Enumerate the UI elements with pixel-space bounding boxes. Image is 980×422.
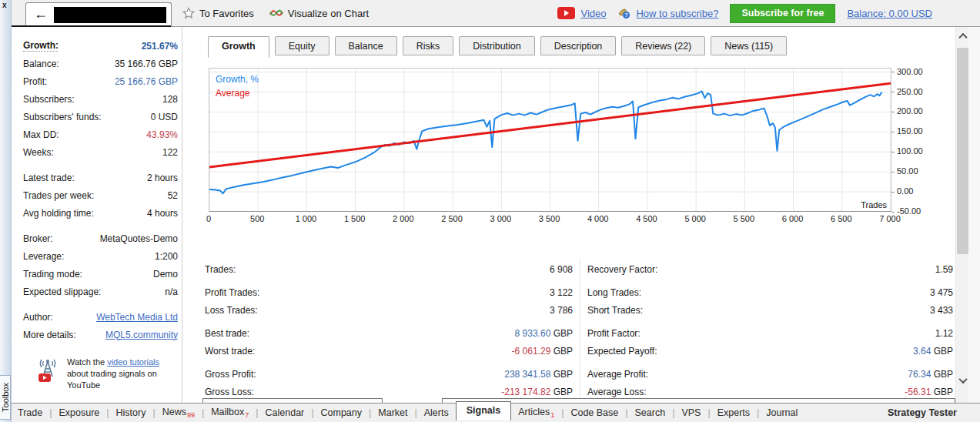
bottom-tab-trade[interactable]: Trade — [11, 407, 49, 418]
stat-label: Trading mode: — [23, 269, 82, 280]
scroll-up-button[interactable] — [956, 32, 969, 45]
stat-value: 35 166.76 GBP — [115, 59, 178, 69]
bottom-tab-calendar[interactable]: Calendar — [259, 407, 312, 418]
youtube-promo-text: Watch the video tutorials about trading … — [67, 357, 159, 391]
y-tick-label: 250.00 — [891, 87, 923, 96]
bottom-tab-news[interactable]: News99 — [156, 407, 202, 420]
stats-row: Loss Trades:3 786 — [205, 301, 573, 319]
stat-value: 2 hours — [147, 172, 178, 183]
tab-growth[interactable]: Growth — [208, 36, 269, 58]
tab-distribution[interactable]: Distribution — [459, 36, 535, 55]
stats-row: Profit Factor:1.12 — [587, 324, 953, 342]
bottom-tab-search[interactable]: Search — [628, 407, 673, 418]
stat-label: Weeks: — [23, 147, 54, 158]
sidebar-stats: Growth:251.67%Balance:35 166.76 GBPProfi… — [11, 37, 182, 300]
close-icon[interactable]: x — [2, 1, 7, 9]
more-details-label: More details: — [23, 330, 76, 340]
video-tutorials-link[interactable]: video tutorials — [107, 357, 159, 367]
toolbox-tab-bar: Trade|Exposure|History|News99|Mailbox7|C… — [11, 403, 980, 422]
tab-risks[interactable]: Risks — [403, 36, 454, 55]
signal-tab[interactable]: ← — [25, 2, 172, 27]
stats-value: 3 122 — [550, 287, 573, 298]
y-tick-label: 50.00 — [891, 166, 918, 176]
stat-value: 251.67% — [142, 41, 178, 52]
video-link[interactable]: Video — [580, 8, 606, 19]
bottom-tab-experts[interactable]: Experts — [711, 407, 757, 418]
stats-row: Gross Profit:238 341.58 GBP — [205, 365, 573, 383]
bottom-tab-alerts[interactable]: Alerts — [417, 407, 456, 418]
stats-column-right: Recovery Factor:1.59Long Trades:3 475Sho… — [587, 260, 953, 400]
toolbox-strip: x Toolbox — [0, 0, 12, 422]
stats-label: Gross Profit: — [205, 369, 256, 380]
tab-description[interactable]: Description — [540, 36, 617, 55]
tab-reviews-22[interactable]: Reviews (22) — [621, 36, 705, 55]
stats-value: 3.64 GBP — [913, 346, 953, 357]
x-tick-label: 2 500 — [441, 214, 463, 223]
stats-row: Best trade:8 933.60 GBP — [205, 324, 573, 342]
y-tick-label: 0.00 — [891, 186, 913, 196]
vertical-scrollbar[interactable] — [955, 27, 968, 403]
visualize-on-chart-button[interactable]: Visualize on Chart — [288, 8, 369, 19]
how-to-subscribe-link[interactable]: How to subscribe? — [636, 8, 718, 19]
bottom-tab-code-base[interactable]: Code Base — [564, 407, 625, 418]
x-tick-label: 3 500 — [539, 214, 560, 223]
stat-value: 43.93% — [146, 129, 178, 140]
visualize-chart-icon — [269, 8, 283, 18]
stat-label: Trades per week: — [23, 190, 94, 201]
sidebar-stat-row: Weeks:122 — [11, 143, 182, 161]
tab-news-115[interactable]: News (115) — [711, 36, 787, 55]
stat-value: 128 — [162, 94, 178, 105]
bottom-tab-mailbox[interactable]: Mailbox7 — [204, 407, 256, 420]
x-tick-label: 7 000 — [879, 214, 901, 223]
x-tick-label: 2 000 — [393, 214, 414, 223]
bottom-tab-journal[interactable]: Journal — [759, 407, 804, 418]
stat-value: 122 — [162, 147, 178, 158]
stat-label: Profit: — [23, 76, 47, 87]
stat-label: Broker: — [23, 233, 53, 244]
subscribe-for-free-button[interactable]: Subscribe for free — [730, 4, 835, 23]
scroll-down-button[interactable] — [956, 373, 969, 387]
strategy-tester-label[interactable]: Strategy Tester — [888, 407, 957, 418]
author-label: Author: — [23, 312, 53, 323]
to-favorites-button[interactable]: To Favorites — [199, 8, 254, 19]
toolbox-vertical-tab[interactable]: Toolbox — [0, 375, 11, 420]
legend-growth: Growth, % — [216, 72, 259, 86]
signal-summary-sidebar: Growth:251.67%Balance:35 166.76 GBPProfi… — [11, 27, 182, 403]
unread-badge: 1 — [550, 411, 554, 419]
stat-label: Avg holding time: — [23, 208, 94, 219]
y-tick-label: 300.00 — [891, 67, 923, 76]
tab-equity[interactable]: Equity — [275, 36, 329, 55]
stats-value: 76.34 GBP — [908, 369, 953, 380]
bottom-tab-articles[interactable]: Articles1 — [511, 407, 561, 420]
stats-value: 3 433 — [930, 305, 953, 316]
stat-label: Growth: — [23, 40, 59, 52]
tab-balance[interactable]: Balance — [335, 36, 397, 55]
x-axis-labels: 05001 0001 5002 0002 5003 0003 5004 0004… — [209, 214, 890, 225]
bottom-tab-history[interactable]: History — [109, 407, 153, 418]
bottom-tab-exposure[interactable]: Exposure — [52, 407, 106, 418]
stat-label: Balance: — [23, 59, 59, 69]
stats-value: 1.12 — [935, 328, 953, 339]
stats-label: Short Trades: — [587, 305, 643, 316]
star-icon — [182, 7, 195, 19]
back-arrow-icon[interactable]: ← — [34, 6, 48, 22]
scrollbar-thumb[interactable] — [957, 48, 968, 254]
sidebar-stat-row: Balance:35 166.76 GBP — [11, 55, 182, 72]
stats-row: Profit Trades:3 122 — [205, 283, 573, 301]
bottom-tab-signals[interactable]: Signals — [456, 401, 511, 420]
unread-badge: 99 — [187, 411, 195, 419]
stats-row: Trades:6 908 — [205, 260, 573, 278]
balance-link[interactable]: Balance: 0.00 USD — [847, 8, 932, 19]
sidebar-stat-row: Broker:MetaQuotes-Demo — [11, 229, 182, 247]
bottom-tab-market[interactable]: Market — [371, 407, 414, 418]
stat-value: 4 hours — [147, 208, 178, 219]
youtube-text-prefix: Watch the — [67, 357, 107, 367]
stats-label: Profit Factor: — [587, 328, 641, 339]
more-details-link[interactable]: MQL5.community — [105, 330, 178, 340]
author-link[interactable]: WebTech Media Ltd — [96, 312, 178, 323]
bottom-tab-company[interactable]: Company — [314, 407, 370, 418]
youtube-text-line2: about trading signals on — [67, 369, 157, 378]
stats-label: Average Loss: — [587, 387, 647, 397]
x-tick-label: 1 000 — [296, 214, 317, 223]
bottom-tab-vps[interactable]: VPS — [674, 407, 707, 418]
